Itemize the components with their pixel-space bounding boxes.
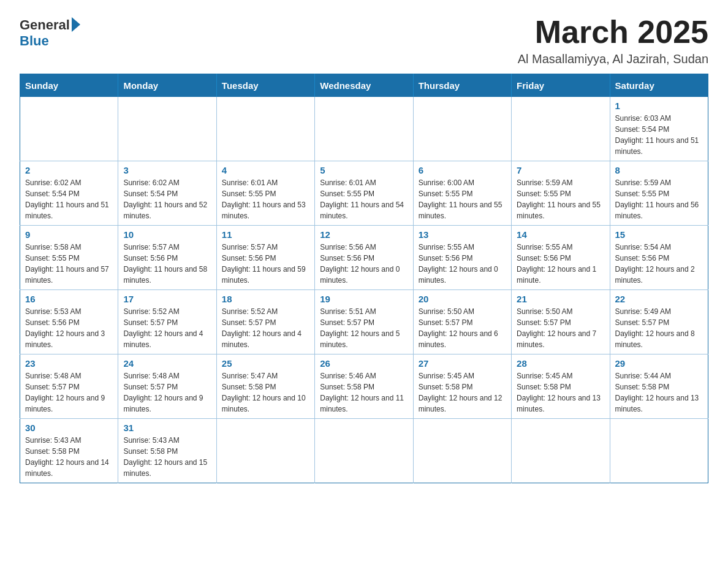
day-info: Sunrise: 5:45 AMSunset: 5:58 PMDaylight:… xyxy=(517,370,604,415)
day-info: Sunrise: 5:48 AMSunset: 5:57 PMDaylight:… xyxy=(25,370,113,415)
calendar-cell: 24Sunrise: 5:48 AMSunset: 5:57 PMDayligh… xyxy=(118,354,216,419)
day-number: 2 xyxy=(25,165,113,175)
calendar-table: Sunday Monday Tuesday Wednesday Thursday… xyxy=(20,74,708,483)
day-info: Sunrise: 5:48 AMSunset: 5:57 PMDaylight:… xyxy=(123,370,211,415)
col-monday: Monday xyxy=(118,74,216,98)
logo-blue-label: Blue xyxy=(20,33,49,49)
day-number: 23 xyxy=(25,358,113,369)
day-info: Sunrise: 5:43 AMSunset: 5:58 PMDaylight:… xyxy=(123,435,211,479)
calendar-cell: 8Sunrise: 5:59 AMSunset: 5:55 PMDaylight… xyxy=(610,161,708,226)
calendar-cell xyxy=(315,97,413,161)
day-number: 30 xyxy=(25,423,113,433)
day-number: 31 xyxy=(123,423,211,433)
calendar-cell: 9Sunrise: 5:58 AMSunset: 5:55 PMDaylight… xyxy=(20,226,118,290)
day-number: 15 xyxy=(615,229,703,240)
day-number: 1 xyxy=(615,101,703,111)
day-number: 14 xyxy=(517,229,604,240)
day-info: Sunrise: 5:57 AMSunset: 5:56 PMDaylight:… xyxy=(123,242,211,286)
calendar-cell: 4Sunrise: 6:01 AMSunset: 5:55 PMDaylight… xyxy=(216,161,314,226)
day-info: Sunrise: 5:46 AMSunset: 5:58 PMDaylight:… xyxy=(320,370,408,415)
calendar-cell: 23Sunrise: 5:48 AMSunset: 5:57 PMDayligh… xyxy=(20,354,118,419)
calendar-week-row: 30Sunrise: 5:43 AMSunset: 5:58 PMDayligh… xyxy=(20,419,708,483)
day-info: Sunrise: 5:43 AMSunset: 5:58 PMDaylight:… xyxy=(25,435,113,479)
calendar-cell: 17Sunrise: 5:52 AMSunset: 5:57 PMDayligh… xyxy=(118,290,216,354)
day-info: Sunrise: 5:55 AMSunset: 5:56 PMDaylight:… xyxy=(419,242,506,286)
day-number: 27 xyxy=(419,358,506,369)
day-info: Sunrise: 5:56 AMSunset: 5:56 PMDaylight:… xyxy=(320,242,408,286)
day-number: 26 xyxy=(320,358,408,369)
main-title: March 2025 xyxy=(518,15,708,50)
day-number: 9 xyxy=(25,229,113,240)
day-info: Sunrise: 5:50 AMSunset: 5:57 PMDaylight:… xyxy=(517,306,604,350)
day-number: 8 xyxy=(615,165,703,175)
logo: General Blue xyxy=(20,15,80,49)
calendar-cell: 25Sunrise: 5:47 AMSunset: 5:58 PMDayligh… xyxy=(216,354,314,419)
calendar-cell: 30Sunrise: 5:43 AMSunset: 5:58 PMDayligh… xyxy=(20,419,118,483)
calendar-header-row: Sunday Monday Tuesday Wednesday Thursday… xyxy=(20,74,708,98)
calendar-cell: 1Sunrise: 6:03 AMSunset: 5:54 PMDaylight… xyxy=(610,97,708,161)
col-tuesday: Tuesday xyxy=(216,74,314,98)
calendar-cell xyxy=(315,419,413,483)
page-header: General Blue March 2025 Al Masallamiyya,… xyxy=(20,15,708,66)
calendar-cell: 20Sunrise: 5:50 AMSunset: 5:57 PMDayligh… xyxy=(413,290,511,354)
calendar-cell: 19Sunrise: 5:51 AMSunset: 5:57 PMDayligh… xyxy=(315,290,413,354)
col-friday: Friday xyxy=(512,74,610,98)
day-number: 11 xyxy=(222,229,309,240)
day-info: Sunrise: 5:50 AMSunset: 5:57 PMDaylight:… xyxy=(419,306,506,350)
calendar-week-row: 23Sunrise: 5:48 AMSunset: 5:57 PMDayligh… xyxy=(20,354,708,419)
day-info: Sunrise: 5:49 AMSunset: 5:57 PMDaylight:… xyxy=(615,306,703,350)
day-number: 5 xyxy=(320,165,408,175)
calendar-cell: 7Sunrise: 5:59 AMSunset: 5:55 PMDaylight… xyxy=(512,161,610,226)
calendar-cell: 2Sunrise: 6:02 AMSunset: 5:54 PMDaylight… xyxy=(20,161,118,226)
logo-arrow-icon xyxy=(72,17,80,32)
calendar-cell: 5Sunrise: 6:01 AMSunset: 5:55 PMDaylight… xyxy=(315,161,413,226)
day-number: 18 xyxy=(222,294,309,304)
day-info: Sunrise: 6:01 AMSunset: 5:55 PMDaylight:… xyxy=(222,177,309,221)
day-info: Sunrise: 5:44 AMSunset: 5:58 PMDaylight:… xyxy=(615,370,703,415)
title-block: March 2025 Al Masallamiyya, Al Jazirah, … xyxy=(518,15,708,66)
col-saturday: Saturday xyxy=(610,74,708,98)
day-info: Sunrise: 5:52 AMSunset: 5:57 PMDaylight:… xyxy=(222,306,309,350)
calendar-cell xyxy=(610,419,708,483)
day-info: Sunrise: 6:00 AMSunset: 5:55 PMDaylight:… xyxy=(419,177,506,221)
day-number: 10 xyxy=(123,229,211,240)
calendar-cell: 18Sunrise: 5:52 AMSunset: 5:57 PMDayligh… xyxy=(216,290,314,354)
day-number: 4 xyxy=(222,165,309,175)
col-wednesday: Wednesday xyxy=(315,74,413,98)
day-number: 29 xyxy=(615,358,703,369)
calendar-cell xyxy=(216,97,314,161)
day-number: 25 xyxy=(222,358,309,369)
day-number: 22 xyxy=(615,294,703,304)
calendar-cell: 6Sunrise: 6:00 AMSunset: 5:55 PMDaylight… xyxy=(413,161,511,226)
day-info: Sunrise: 5:55 AMSunset: 5:56 PMDaylight:… xyxy=(517,242,604,286)
day-number: 7 xyxy=(517,165,604,175)
subtitle: Al Masallamiyya, Al Jazirah, Sudan xyxy=(518,52,708,66)
day-number: 19 xyxy=(320,294,408,304)
day-number: 20 xyxy=(419,294,506,304)
day-info: Sunrise: 6:02 AMSunset: 5:54 PMDaylight:… xyxy=(123,177,211,221)
day-info: Sunrise: 5:45 AMSunset: 5:58 PMDaylight:… xyxy=(419,370,506,415)
calendar-cell: 16Sunrise: 5:53 AMSunset: 5:56 PMDayligh… xyxy=(20,290,118,354)
calendar-cell xyxy=(512,97,610,161)
day-number: 16 xyxy=(25,294,113,304)
logo-general-label: General xyxy=(20,17,70,33)
day-number: 21 xyxy=(517,294,604,304)
day-number: 12 xyxy=(320,229,408,240)
day-number: 28 xyxy=(517,358,604,369)
day-info: Sunrise: 5:52 AMSunset: 5:57 PMDaylight:… xyxy=(123,306,211,350)
calendar-cell: 29Sunrise: 5:44 AMSunset: 5:58 PMDayligh… xyxy=(610,354,708,419)
calendar-cell: 22Sunrise: 5:49 AMSunset: 5:57 PMDayligh… xyxy=(610,290,708,354)
calendar-cell: 11Sunrise: 5:57 AMSunset: 5:56 PMDayligh… xyxy=(216,226,314,290)
col-sunday: Sunday xyxy=(20,74,118,98)
day-info: Sunrise: 5:54 AMSunset: 5:56 PMDaylight:… xyxy=(615,242,703,286)
calendar-week-row: 2Sunrise: 6:02 AMSunset: 5:54 PMDaylight… xyxy=(20,161,708,226)
day-info: Sunrise: 5:47 AMSunset: 5:58 PMDaylight:… xyxy=(222,370,309,415)
day-info: Sunrise: 5:58 AMSunset: 5:55 PMDaylight:… xyxy=(25,242,113,286)
day-info: Sunrise: 5:51 AMSunset: 5:57 PMDaylight:… xyxy=(320,306,408,350)
calendar-cell: 28Sunrise: 5:45 AMSunset: 5:58 PMDayligh… xyxy=(512,354,610,419)
calendar-cell: 27Sunrise: 5:45 AMSunset: 5:58 PMDayligh… xyxy=(413,354,511,419)
calendar-week-row: 16Sunrise: 5:53 AMSunset: 5:56 PMDayligh… xyxy=(20,290,708,354)
logo-general-text: General xyxy=(20,17,80,33)
calendar-cell xyxy=(512,419,610,483)
calendar-cell xyxy=(413,419,511,483)
